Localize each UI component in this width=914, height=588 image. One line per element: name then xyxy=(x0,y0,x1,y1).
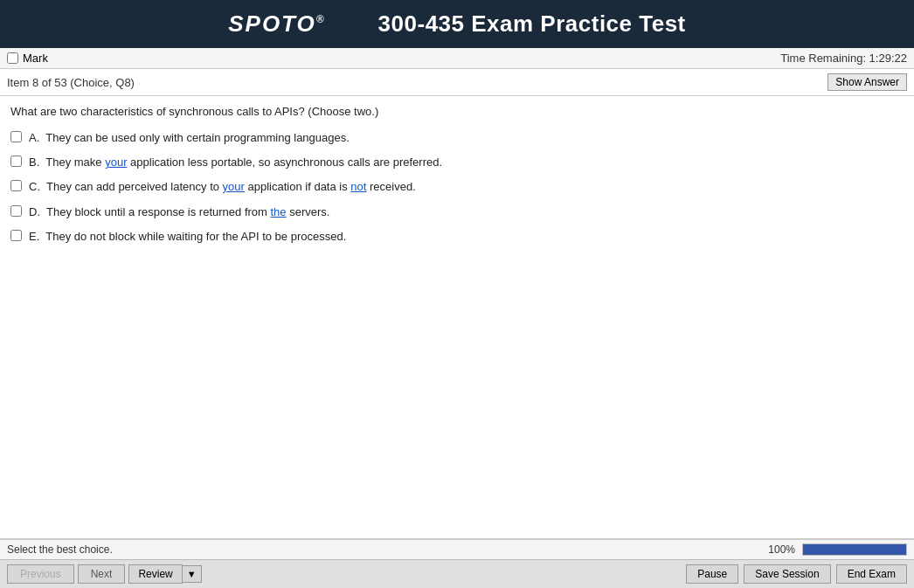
progress-area: 100% xyxy=(768,543,907,556)
review-button-wrap: Review ▼ xyxy=(128,564,201,584)
next-button[interactable]: Next xyxy=(78,564,126,584)
choices-list: A. They can be used only with certain pr… xyxy=(10,130,904,245)
choice-label-b: B. They make your application less porta… xyxy=(29,155,442,170)
choice-item-e[interactable]: E. They do not block while waiting for t… xyxy=(10,229,904,245)
checkbox-e[interactable] xyxy=(10,230,22,241)
choice-item-d[interactable]: D. They block until a response is return… xyxy=(10,204,904,220)
end-exam-button[interactable]: End Exam xyxy=(836,564,907,584)
choice-item-c[interactable]: C. They can add perceived latency to you… xyxy=(10,179,904,195)
item-bar: Item 8 of 53 (Choice, Q8) Show Answer xyxy=(0,69,914,96)
checkbox-c[interactable] xyxy=(10,180,22,191)
review-button[interactable]: Review xyxy=(128,564,182,584)
mark-text: Mark xyxy=(23,52,48,65)
logo: SPOTO® xyxy=(228,10,325,38)
pause-button[interactable]: Pause xyxy=(686,564,738,584)
mark-bar: Mark Time Remaining: 1:29:22 xyxy=(0,48,914,69)
progress-bar-fill xyxy=(803,544,906,555)
status-bar: Select the best choice. 100% xyxy=(0,539,914,559)
review-dropdown-button[interactable]: ▼ xyxy=(183,565,202,583)
nav-right: Pause Save Session End Exam xyxy=(686,564,907,584)
choice-item-b[interactable]: B. They make your application less porta… xyxy=(10,155,904,170)
progress-percent: 100% xyxy=(768,543,795,556)
checkbox-d[interactable] xyxy=(10,205,22,217)
question-text: What are two characteristics of synchron… xyxy=(10,105,904,118)
item-info: Item 8 of 53 (Choice, Q8) xyxy=(7,76,135,89)
choice-label-a: A. They can be used only with certain pr… xyxy=(29,130,350,146)
header: SPOTO® 300-435 Exam Practice Test xyxy=(0,0,914,48)
mark-label[interactable]: Mark xyxy=(7,52,48,65)
mark-checkbox[interactable] xyxy=(7,52,18,64)
show-answer-button[interactable]: Show Answer xyxy=(827,73,907,91)
checkbox-a[interactable] xyxy=(10,131,22,142)
checkbox-b[interactable] xyxy=(10,156,22,167)
question-area: What are two characteristics of synchron… xyxy=(0,96,914,539)
time-remaining: Time Remaining: 1:29:22 xyxy=(780,52,907,65)
choice-label-c: C. They can add perceived latency to you… xyxy=(29,179,416,195)
nav-left: Previous Next Review ▼ xyxy=(7,564,202,584)
choice-label-e: E. They do not block while waiting for t… xyxy=(29,229,346,245)
previous-button[interactable]: Previous xyxy=(7,564,74,584)
nav-bar: Previous Next Review ▼ Pause Save Sessio… xyxy=(0,559,914,588)
progress-bar xyxy=(802,543,907,556)
choice-item-a[interactable]: A. They can be used only with certain pr… xyxy=(10,130,904,146)
status-text: Select the best choice. xyxy=(7,543,113,556)
save-session-button[interactable]: Save Session xyxy=(744,564,830,584)
exam-title: 300-435 Exam Practice Test xyxy=(378,10,686,38)
choice-label-d: D. They block until a response is return… xyxy=(29,204,329,220)
